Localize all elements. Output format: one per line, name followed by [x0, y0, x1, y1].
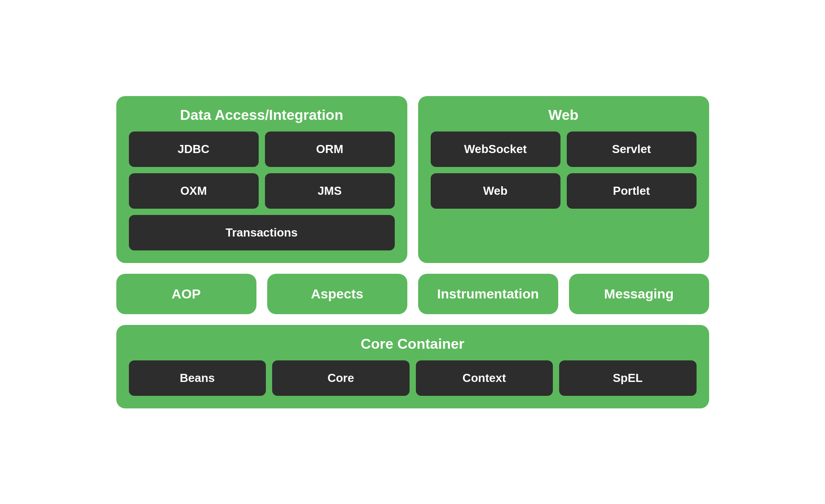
transactions-module: Transactions: [129, 215, 395, 250]
top-row: Data Access/Integration JDBC ORM OXM JMS…: [116, 96, 709, 263]
spel-module: SpEL: [559, 360, 697, 396]
instrumentation-box: Instrumentation: [418, 274, 558, 314]
web-title: Web: [431, 107, 697, 123]
core-modules-grid: Beans Core Context SpEL: [129, 360, 697, 396]
orm-module: ORM: [265, 131, 395, 167]
jms-module: JMS: [265, 173, 395, 209]
middle-row: AOP Aspects Instrumentation Messaging: [116, 274, 709, 314]
beans-module: Beans: [129, 360, 266, 396]
spring-framework-diagram: Data Access/Integration JDBC ORM OXM JMS…: [98, 78, 727, 426]
servlet-module: Servlet: [567, 131, 697, 167]
aspects-box: Aspects: [267, 274, 407, 314]
oxm-module: OXM: [129, 173, 259, 209]
core-container-title: Core Container: [129, 336, 697, 352]
messaging-box: Messaging: [569, 274, 709, 314]
core-container-box: Core Container Beans Core Context SpEL: [116, 325, 709, 408]
web-box: Web WebSocket Servlet Web Portlet: [418, 96, 709, 263]
bottom-row: Core Container Beans Core Context SpEL: [116, 325, 709, 408]
web-module: Web: [431, 173, 560, 209]
websocket-module: WebSocket: [431, 131, 560, 167]
data-access-title: Data Access/Integration: [129, 107, 395, 123]
portlet-module: Portlet: [567, 173, 697, 209]
aop-box: AOP: [116, 274, 256, 314]
data-access-grid: JDBC ORM OXM JMS Transactions: [129, 131, 395, 250]
middle-right: Instrumentation Messaging: [418, 274, 709, 314]
data-access-box: Data Access/Integration JDBC ORM OXM JMS…: [116, 96, 407, 263]
jdbc-module: JDBC: [129, 131, 259, 167]
web-grid: WebSocket Servlet Web Portlet: [431, 131, 697, 209]
context-module: Context: [416, 360, 553, 396]
middle-left: AOP Aspects: [116, 274, 407, 314]
core-module: Core: [272, 360, 410, 396]
